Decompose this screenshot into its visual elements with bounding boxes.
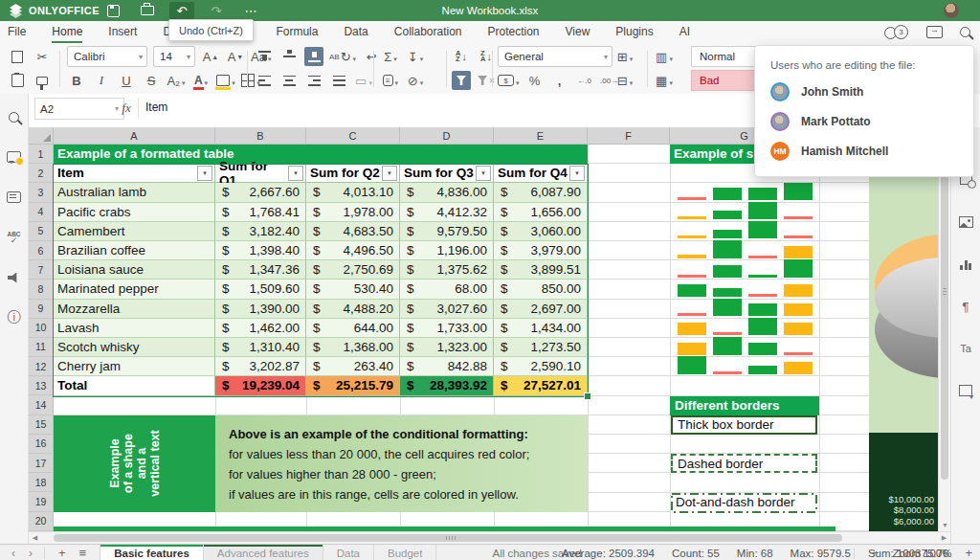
align-left-button[interactable]: [255, 71, 274, 90]
row-header-15[interactable]: 15: [29, 415, 54, 435]
sheet-list-button[interactable]: ≡: [79, 546, 87, 560]
editing-users-icon[interactable]: 3: [884, 25, 909, 40]
zoom-in-button[interactable]: +: [965, 546, 972, 560]
zoom-out-button[interactable]: −: [872, 546, 880, 560]
font-color-button[interactable]: A: [191, 71, 211, 90]
amount-cell[interactable]: $1,375.62: [400, 260, 494, 280]
amount-cell[interactable]: $4,412.32: [400, 203, 494, 222]
row-header-8[interactable]: 8: [29, 280, 54, 299]
add-sheet-button[interactable]: +: [58, 546, 66, 560]
row-header-12[interactable]: 12: [29, 357, 54, 376]
item-name-cell[interactable]: Pacific crabs: [54, 203, 215, 222]
slicer-settings-button[interactable]: [956, 381, 975, 400]
row-header-17[interactable]: 17: [29, 454, 54, 473]
delete-cells-button[interactable]: ⊟: [615, 71, 635, 90]
item-name-cell[interactable]: Brazilian coffee: [54, 241, 215, 260]
prev-sheet-button[interactable]: ‹: [11, 547, 15, 560]
amount-cell[interactable]: $4,683.50: [306, 222, 400, 241]
column-header-C[interactable]: C: [306, 127, 400, 145]
total-cell-q3[interactable]: $28,393.92: [400, 376, 494, 395]
redo-button[interactable]: [204, 2, 229, 19]
amount-cell[interactable]: $1,398.40: [215, 241, 306, 260]
justify-button[interactable]: [329, 71, 348, 90]
tab-collaboration[interactable]: Collaboration: [394, 21, 462, 43]
next-sheet-button[interactable]: ›: [29, 547, 33, 560]
fill-button[interactable]: ↧: [406, 47, 425, 66]
amount-cell[interactable]: $850.00: [494, 280, 588, 299]
tab-protection[interactable]: Protection: [488, 21, 540, 43]
item-name-cell[interactable]: Scotch whisky: [54, 338, 215, 357]
row-header-16[interactable]: 16: [29, 435, 54, 454]
sheet-tab-data[interactable]: Data: [323, 545, 374, 560]
item-name-cell[interactable]: Mozzarella: [54, 300, 215, 319]
print-button[interactable]: [135, 2, 160, 19]
amount-cell[interactable]: $9,579.50: [400, 222, 494, 241]
column-header-A[interactable]: A: [54, 127, 215, 145]
accounting-style-button[interactable]: $: [498, 71, 520, 90]
save-button[interactable]: [100, 2, 125, 19]
row-header-4[interactable]: 4: [29, 203, 54, 222]
filter-dropdown-icon[interactable]: [382, 166, 397, 181]
align-top-button[interactable]: [255, 47, 274, 66]
row-header-11[interactable]: 11: [29, 338, 54, 357]
filter-dropdown-icon[interactable]: [288, 166, 303, 181]
align-bottom-button[interactable]: [304, 47, 323, 66]
row-header-14[interactable]: 14: [29, 395, 54, 414]
total-label-cell[interactable]: Total: [54, 376, 215, 395]
sparkline-cell[interactable]: [670, 280, 819, 299]
amount-cell[interactable]: $1,273.50: [494, 338, 588, 357]
percent-style-button[interactable]: %: [525, 71, 545, 90]
row-header-5[interactable]: 5: [29, 222, 54, 241]
total-cell-q2[interactable]: $25,215.79: [306, 376, 400, 395]
image-settings-button[interactable]: [956, 213, 975, 232]
insert-function-button[interactable]: fx: [117, 98, 136, 118]
amount-cell[interactable]: $3,899.51: [494, 260, 588, 280]
amount-cell[interactable]: $1,656.00: [494, 203, 588, 222]
sparkline-cell[interactable]: [670, 203, 819, 222]
header-item[interactable]: Item: [54, 164, 215, 183]
sort-ascending-button[interactable]: AZ: [452, 47, 471, 66]
amount-cell[interactable]: $2,590.10: [494, 357, 588, 376]
sparkline-cell[interactable]: [670, 300, 819, 319]
comma-style-button[interactable]: ,: [550, 71, 569, 90]
conditional-formatting-note[interactable]: Above is an example of the conditional f…: [215, 415, 588, 512]
chart-settings-button[interactable]: [956, 255, 975, 274]
align-middle-button[interactable]: [279, 47, 299, 66]
about-button[interactable]: [5, 308, 24, 327]
amount-cell[interactable]: $1,978.00: [306, 203, 400, 222]
sheet-tab-basic-features[interactable]: Basic features: [100, 545, 204, 560]
vertical-text-shape[interactable]: Example of a shape and a vertical text: [54, 415, 215, 512]
spreadsheet-grid[interactable]: ABCDEFGH 1234567891011121314151617181920…: [29, 127, 938, 531]
filter-button[interactable]: [452, 71, 471, 90]
sheet-tab-budget[interactable]: Budget: [374, 545, 436, 560]
thick-border-cell[interactable]: Thick box border: [671, 415, 817, 435]
row-header-3[interactable]: 3: [29, 183, 54, 202]
wrap-text-button[interactable]: ↩: [362, 47, 381, 66]
filter-dropdown-icon[interactable]: [197, 166, 212, 181]
amount-cell[interactable]: $4,488.20: [306, 300, 400, 319]
italic-button[interactable]: I: [92, 71, 111, 90]
sparkline-cell[interactable]: [670, 260, 819, 280]
amount-cell[interactable]: $1,434.00: [494, 319, 588, 338]
increase-font-button[interactable]: A▲: [201, 47, 220, 66]
dashed-border-cell[interactable]: Dashed border: [671, 454, 817, 473]
vertical-scrollbar[interactable]: ▼: [938, 127, 950, 531]
amount-cell[interactable]: $1,368.00: [306, 338, 400, 357]
row-header-2[interactable]: 2: [29, 164, 54, 183]
open-file-location-icon[interactable]: [926, 26, 943, 38]
merge-cells-button[interactable]: ▭: [354, 71, 373, 90]
conditional-formatting-button[interactable]: ▥: [655, 47, 674, 66]
font-name-select[interactable]: Calibri: [67, 46, 147, 67]
total-cell-q1[interactable]: $19,239.04: [215, 376, 306, 395]
tab-view[interactable]: View: [566, 21, 590, 43]
horizontal-scroll-thumb[interactable]: [54, 534, 842, 542]
row-header-1[interactable]: 1: [29, 145, 54, 164]
paragraph-settings-button[interactable]: [956, 297, 975, 316]
item-name-cell[interactable]: Australian lamb: [54, 183, 215, 202]
column-header-E[interactable]: E: [494, 127, 588, 145]
tab-formula[interactable]: Formula: [276, 21, 318, 43]
bold-button[interactable]: B: [67, 71, 86, 90]
scroll-right-arrow[interactable]: ▶: [938, 532, 950, 544]
row-header-9[interactable]: 9: [29, 300, 54, 319]
underline-button[interactable]: U: [117, 71, 136, 90]
